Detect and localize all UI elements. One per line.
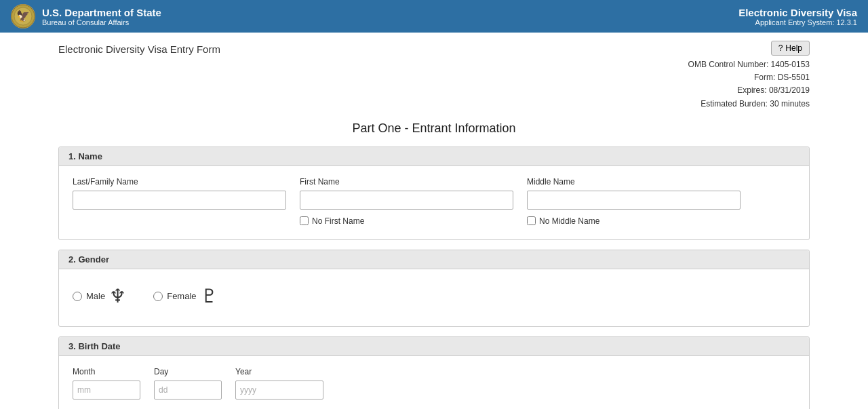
form-title: Electronic Diversity Visa Entry Form	[58, 43, 220, 55]
month-input[interactable]	[73, 381, 140, 400]
help-label: Help	[785, 43, 802, 53]
day-label: Day	[154, 367, 222, 376]
burden: Estimated Burden: 30 minutes	[688, 98, 810, 111]
year-label: Year	[235, 367, 323, 376]
app-info: Electronic Diversity Visa Applicant Entr…	[738, 7, 857, 26]
name-section-body: Last/Family Name First Name No First Nam…	[59, 166, 809, 239]
month-label: Month	[73, 367, 140, 376]
first-name-input[interactable]	[300, 191, 513, 210]
no-middle-name-label: No Middle Name	[539, 216, 599, 226]
year-group: Year	[235, 367, 323, 400]
help-button[interactable]: ? Help	[771, 41, 810, 56]
first-name-label: First Name	[300, 177, 513, 187]
day-group: Day	[154, 367, 222, 400]
department-seal: 🦅	[11, 4, 35, 28]
female-radio[interactable]	[153, 292, 163, 301]
no-first-name-row: No First Name	[300, 216, 513, 226]
page-header: 🦅 U.S. Department of State Bureau of Con…	[0, 0, 868, 33]
gender-section-header: 2. Gender	[59, 250, 809, 269]
male-option: Male ♆	[73, 287, 126, 306]
middle-name-label: Middle Name	[527, 177, 741, 187]
app-subtitle: Applicant Entry System: 12.3.1	[738, 18, 857, 26]
header-left: 🦅 U.S. Department of State Bureau of Con…	[11, 4, 161, 28]
middle-name-group: Middle Name No Middle Name	[527, 177, 741, 226]
no-middle-name-row: No Middle Name	[527, 216, 741, 226]
birth-date-fields: Month Day Year	[73, 367, 795, 400]
last-name-group: Last/Family Name	[73, 177, 286, 226]
gender-section-body: Male ♆ Female ♇	[59, 269, 809, 326]
part-heading: Part One - Entrant Information	[58, 121, 810, 136]
last-name-input[interactable]	[73, 191, 286, 210]
omb-control: OMB Control Number: 1405-0153	[688, 58, 810, 71]
app-title: Electronic Diversity Visa	[738, 7, 857, 18]
name-section-header: 1. Name	[59, 147, 809, 166]
last-name-label: Last/Family Name	[73, 177, 286, 187]
birth-date-section: 3. Birth Date Month Day Year	[58, 336, 810, 409]
gender-section: 2. Gender Male ♆ Female ♇	[58, 250, 810, 327]
no-middle-name-checkbox[interactable]	[527, 216, 536, 225]
month-group: Month	[73, 367, 140, 400]
form-number: Form: DS-5501	[688, 71, 810, 84]
male-label: Male	[86, 291, 105, 301]
year-input[interactable]	[235, 381, 323, 400]
day-input[interactable]	[154, 381, 222, 400]
bureau-name: Bureau of Consular Affairs	[42, 18, 161, 26]
female-option: Female ♇	[153, 287, 217, 306]
svg-text:🦅: 🦅	[16, 9, 30, 22]
main-content: Electronic Diversity Visa Entry Form ? H…	[47, 33, 821, 409]
no-first-name-label: No First Name	[312, 216, 364, 226]
agency-info: U.S. Department of State Bureau of Consu…	[42, 7, 161, 26]
male-radio[interactable]	[73, 292, 82, 301]
name-section: 1. Name Last/Family Name First Name No F…	[58, 147, 810, 240]
birth-date-section-header: 3. Birth Date	[59, 337, 809, 356]
form-metadata: ? Help OMB Control Number: 1405-0153 For…	[688, 41, 810, 111]
middle-name-input[interactable]	[527, 191, 741, 210]
agency-name: U.S. Department of State	[42, 7, 161, 18]
first-name-group: First Name No First Name	[300, 177, 513, 226]
gender-options: Male ♆ Female ♇	[73, 280, 795, 313]
top-bar: Electronic Diversity Visa Entry Form ? H…	[58, 41, 810, 111]
name-fields: Last/Family Name First Name No First Nam…	[73, 177, 795, 226]
female-label: Female	[167, 291, 196, 301]
expires: Expires: 08/31/2019	[688, 84, 810, 97]
birth-date-section-body: Month Day Year	[59, 356, 809, 409]
no-first-name-checkbox[interactable]	[300, 216, 309, 225]
male-icon: ♆	[109, 287, 126, 306]
female-icon: ♇	[201, 287, 218, 306]
question-icon: ?	[778, 43, 783, 53]
